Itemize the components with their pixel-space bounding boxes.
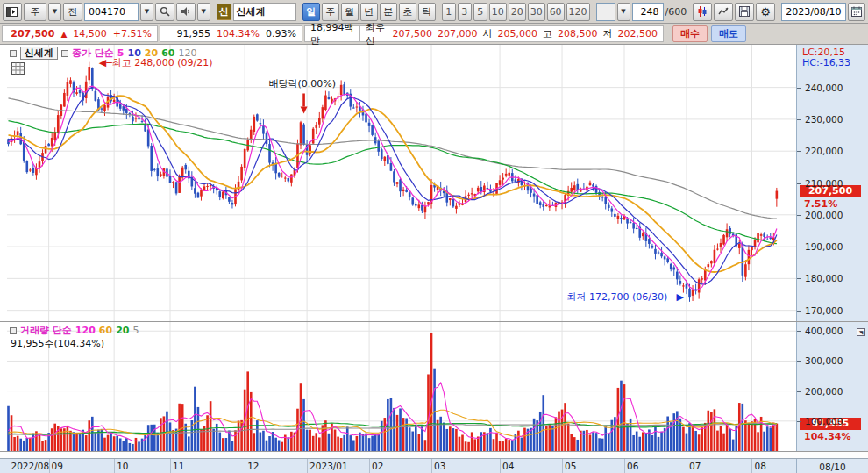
ma10-label: 10 (128, 47, 141, 59)
ma-toggle-icon[interactable] (61, 50, 68, 57)
quote-bar: 207,500 ▲ 14,500 +7.51% 91,955 104.34% 0… (0, 24, 868, 45)
minimap-strip[interactable] (0, 451, 868, 458)
window-panel-icon[interactable] (3, 3, 22, 21)
axis-tick (797, 183, 801, 184)
volume-legend-toggle-icon[interactable] (10, 327, 17, 334)
prev-stock-button[interactable]: 전 (63, 3, 82, 21)
month-separator (49, 459, 50, 473)
search-icon[interactable] (155, 3, 174, 21)
axis-tick (797, 311, 801, 312)
interval-10-button[interactable]: 10 (489, 3, 507, 21)
axis-tick-label: 400,000 (805, 326, 843, 336)
calendar-icon[interactable] (848, 3, 865, 21)
volume-box: 91,955 104.34% 0.93% (160, 25, 302, 42)
interval-60-button[interactable]: 60 (547, 3, 565, 21)
grid-tool-icon[interactable] (11, 61, 25, 78)
price-chart-plot[interactable]: 신세계 종가 단순 5 10 20 60 120 ◀─최고 248,000 (0… (7, 45, 796, 321)
period-weekly-button[interactable]: 주 (322, 3, 339, 21)
line-style-icon[interactable] (714, 3, 733, 21)
month-separator (562, 459, 563, 473)
period-minute-button[interactable]: 분 (380, 3, 397, 21)
sell-button[interactable]: 매도 (711, 25, 746, 42)
month-label: 06 (627, 461, 638, 471)
up-arrow-icon: ▲ (60, 30, 67, 39)
last-date-label: 08/10 (819, 462, 845, 472)
symbol-label: 신세계 (20, 47, 58, 60)
vma60-label: 20 (116, 325, 129, 336)
volume-axis[interactable]: ◥ 91,955 104.34% 400,000300,000200,00010… (796, 322, 868, 451)
interval-1-button[interactable]: 1 (442, 3, 456, 21)
stock-code-input[interactable]: 004170 (84, 3, 139, 21)
current-price-pct: 7.51% (804, 198, 837, 210)
month-separator (245, 459, 245, 473)
interval-custom-input[interactable] (596, 3, 615, 21)
high-label: 고 (543, 27, 552, 40)
candle-style-icon[interactable] (693, 3, 712, 21)
month-label: 09 (52, 461, 63, 471)
axis-tick-label: 210,000 (805, 178, 843, 189)
price-ma-legend-head: 종가 단순 (72, 47, 114, 60)
annotation-ex-dividend: 배당락(0.00%) (269, 77, 337, 90)
price-change-box: 207,500 ▲ 14,500 +7.51% (2, 25, 158, 42)
ma20-label: 20 (145, 47, 158, 59)
month-separator (687, 459, 687, 473)
axis-tick (797, 119, 801, 120)
ma5-label: 5 (117, 47, 125, 59)
axis-tick-label: 100,000 (805, 416, 843, 426)
chart-type-combo[interactable]: 주 (24, 3, 46, 21)
speaker-combo-arrow[interactable]: ▼ (197, 3, 210, 21)
period-yearly-button[interactable]: 년 (360, 3, 378, 21)
month-separator (307, 459, 308, 473)
axis-tick-label: 220,000 (805, 146, 843, 156)
vma120-label: 5 (132, 325, 139, 336)
date-picker-input[interactable]: 2023/08/10 (781, 3, 846, 21)
expand-panel-icon[interactable]: ◥ (857, 328, 865, 336)
axis-tick (797, 247, 801, 247)
month-separator (751, 459, 752, 473)
month-separator (624, 459, 625, 473)
save-icon[interactable] (735, 3, 754, 21)
open-price: 205,000 (498, 28, 538, 39)
interval-custom-arrow[interactable]: ▼ (617, 3, 630, 21)
month-label: 05 (565, 461, 576, 471)
stock-name-field[interactable]: 신세계 (233, 3, 296, 21)
settings-gear-icon[interactable]: ⚙ (756, 3, 775, 21)
axis-tick-label: 170,000 (805, 305, 843, 316)
candlestick-chart (7, 45, 796, 321)
current-volume-pct: 104.34% (804, 431, 850, 442)
month-separator (431, 459, 432, 473)
period-daily-button[interactable]: 일 (302, 3, 320, 21)
ohlc-box: 최우선 207,500 207,000 시 205,000 고 208,500 … (359, 25, 664, 42)
volume-legend: 거래량 단순 120 60 20 5 (10, 324, 139, 337)
period-second-button[interactable]: 초 (399, 3, 416, 21)
price-axis[interactable]: LC:20,15 HC:-16,33 207,500 7.51% 240,000… (796, 45, 868, 321)
axis-tick-label: 200,000 (805, 210, 843, 220)
period-monthly-button[interactable]: 월 (341, 3, 359, 21)
legend-toggle-icon[interactable] (10, 50, 17, 57)
low-price: 202,500 (618, 28, 658, 39)
hc-value: HC:-16,33 (802, 57, 850, 68)
candle-count-input[interactable]: 248 (632, 3, 664, 21)
trade-value: 18,994백만 (310, 21, 354, 47)
volume-chart-plot[interactable]: 거래량 단순 120 60 20 5 91,955주(104.34%) (7, 322, 796, 451)
axis-tick-label: 300,000 (805, 355, 843, 366)
axis-tick (797, 421, 801, 422)
interval-5-button[interactable]: 5 (473, 3, 487, 21)
volume-readout: 91,955주(104.34%) (11, 337, 104, 350)
month-label: 04 (502, 461, 514, 471)
date-axis[interactable]: 08/10 2022/08091011122023/01020304050607… (0, 458, 868, 473)
interval-120-button[interactable]: 120 (566, 3, 590, 21)
month-label: 2023/01 (309, 461, 348, 471)
buy-button[interactable]: 매수 (672, 25, 708, 42)
interval-3-button[interactable]: 3 (458, 3, 472, 21)
period-tick-button[interactable]: 틱 (418, 3, 436, 21)
interval-30-button[interactable]: 30 (528, 3, 545, 21)
ma120-label: 120 (178, 47, 196, 59)
month-separator (170, 459, 171, 473)
interval-20-button[interactable]: 20 (509, 3, 526, 21)
best-bid: 207,000 (438, 28, 478, 39)
axis-tick (797, 88, 801, 89)
speaker-icon[interactable] (176, 3, 196, 21)
stock-code-combo-arrow[interactable]: ▼ (140, 3, 153, 21)
chart-type-combo-arrow[interactable]: ▼ (48, 3, 61, 21)
